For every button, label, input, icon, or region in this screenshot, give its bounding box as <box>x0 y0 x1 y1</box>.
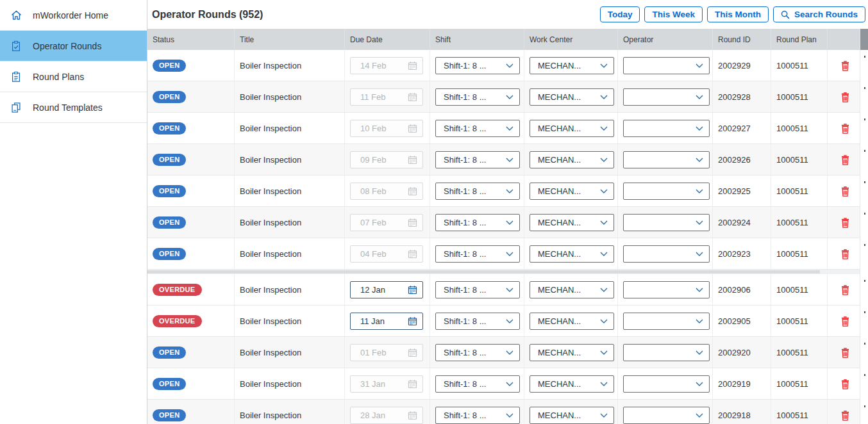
work-center-select[interactable]: MECHAN... <box>530 344 614 361</box>
shift-select[interactable]: Shift-1: 8 ... <box>435 57 520 74</box>
delete-button[interactable] <box>840 316 850 327</box>
delete-button[interactable] <box>840 249 850 259</box>
calendar-icon[interactable] <box>408 218 417 227</box>
delete-button[interactable] <box>840 410 850 421</box>
delete-button[interactable] <box>840 60 850 71</box>
due-date-input[interactable]: 14 Feb <box>350 57 423 74</box>
round-id: 2002919 <box>718 379 751 389</box>
calendar-icon[interactable] <box>408 285 417 295</box>
operator-select[interactable] <box>623 120 710 137</box>
operator-select[interactable] <box>623 183 710 200</box>
shift-select[interactable]: Shift-1: 8 ... <box>435 151 520 168</box>
operator-select[interactable] <box>623 214 710 231</box>
operator-select[interactable] <box>623 313 710 330</box>
chevron-down-icon <box>696 126 703 131</box>
delete-button[interactable] <box>840 217 850 228</box>
sidebar-item-round-plans[interactable]: Round Plans <box>0 61 147 92</box>
this-month-button[interactable]: This Month <box>707 6 769 22</box>
operator-select[interactable] <box>623 88 710 106</box>
chevron-down-icon <box>506 95 513 99</box>
delete-button[interactable] <box>840 92 850 102</box>
delete-button[interactable] <box>840 284 850 295</box>
due-date-input[interactable]: 04 Feb <box>350 245 423 263</box>
this-week-button[interactable]: This Week <box>644 6 703 22</box>
round-title: Boiler Inspection <box>240 285 301 295</box>
delete-button[interactable] <box>840 347 850 358</box>
work-center-select[interactable]: MECHAN... <box>530 281 614 298</box>
work-center-select[interactable]: MECHAN... <box>530 183 614 200</box>
due-date-input[interactable]: 09 Feb <box>350 151 423 168</box>
operator-select[interactable] <box>623 281 710 298</box>
calendar-icon[interactable] <box>408 316 417 326</box>
sidebar-item-operator-rounds[interactable]: Operator Rounds <box>0 31 147 61</box>
status-badge: OPEN <box>153 60 186 72</box>
work-center-select[interactable]: MECHAN... <box>530 88 614 106</box>
sidebar-item-label: mWorkorder Home <box>33 10 108 20</box>
shift-select[interactable]: Shift-1: 8 ... <box>435 245 520 263</box>
round-plan: 1000511 <box>776 124 808 133</box>
delete-button[interactable] <box>840 123 850 134</box>
calendar-icon[interactable] <box>408 411 417 420</box>
shift-select[interactable]: Shift-1: 8 ... <box>435 183 520 200</box>
due-date-input[interactable]: 31 Jan <box>350 375 423 393</box>
calendar-icon[interactable] <box>408 124 417 133</box>
work-center-select[interactable]: MECHAN... <box>530 151 614 168</box>
calendar-icon[interactable] <box>408 348 417 357</box>
round-id: 2002923 <box>718 249 751 259</box>
round-templates-icon <box>10 101 22 114</box>
shift-select[interactable]: Shift-1: 8 ... <box>435 88 520 106</box>
round-title: Boiler Inspection <box>240 92 301 102</box>
sidebar-item-mworkorder-home[interactable]: mWorkorder Home <box>0 0 147 31</box>
column-header-operator: Operator <box>617 29 712 50</box>
shift-select[interactable]: Shift-1: 8 ... <box>435 120 520 137</box>
shift-select[interactable]: Shift-1: 8 ... <box>435 344 520 361</box>
due-date-input[interactable]: 08 Feb <box>350 183 423 200</box>
work-center-select[interactable]: MECHAN... <box>530 57 614 74</box>
due-date-input[interactable]: 01 Feb <box>350 344 423 361</box>
due-date-input[interactable]: 11 Jan <box>350 313 423 330</box>
work-center-select[interactable]: MECHAN... <box>530 120 614 137</box>
operator-select[interactable] <box>623 245 710 263</box>
calendar-icon[interactable] <box>408 379 417 389</box>
work-center-select[interactable]: MECHAN... <box>530 245 614 263</box>
table-row: OPEN Boiler Inspection 07 Feb Shift-1: 8… <box>147 207 860 238</box>
delete-button[interactable] <box>840 186 850 197</box>
round-id: 2002929 <box>718 61 751 70</box>
calendar-icon[interactable] <box>408 155 417 165</box>
shift-select[interactable]: Shift-1: 8 ... <box>435 375 520 393</box>
work-center-select[interactable]: MECHAN... <box>530 214 614 231</box>
work-center-select[interactable]: MECHAN... <box>530 375 614 393</box>
due-date-input[interactable]: 12 Jan <box>350 281 423 298</box>
today-button[interactable]: Today <box>600 6 640 22</box>
shift-select[interactable]: Shift-1: 8 ... <box>435 313 520 330</box>
vertical-scrollbar-thumb[interactable] <box>860 29 868 50</box>
work-center-select[interactable]: MECHAN... <box>530 313 614 330</box>
horizontal-scrollbar-thumb[interactable] <box>147 270 820 273</box>
calendar-icon[interactable] <box>408 92 417 102</box>
operator-select[interactable] <box>623 57 710 74</box>
operator-select[interactable] <box>623 407 710 424</box>
due-date-input[interactable]: 28 Jan <box>350 407 423 424</box>
due-date-input[interactable]: 07 Feb <box>350 214 423 231</box>
column-header-round-plan: Round Plan <box>771 29 827 50</box>
operator-select[interactable] <box>623 375 710 393</box>
operator-select[interactable] <box>623 151 710 168</box>
due-date-input[interactable]: 10 Feb <box>350 120 423 137</box>
status-badge: OPEN <box>153 185 186 197</box>
horizontal-scrollbar[interactable] <box>147 270 860 274</box>
due-date-input[interactable]: 11 Feb <box>350 88 423 106</box>
shift-select[interactable]: Shift-1: 8 ... <box>435 281 520 298</box>
calendar-icon[interactable] <box>408 249 417 259</box>
sidebar-item-round-templates[interactable]: Round Templates <box>0 92 147 123</box>
shift-select[interactable]: Shift-1: 8 ... <box>435 407 520 424</box>
search-rounds-button[interactable]: Search Rounds <box>773 6 865 22</box>
operator-select[interactable] <box>623 344 710 361</box>
delete-button[interactable] <box>840 154 850 165</box>
chevron-down-icon <box>696 220 703 225</box>
work-center-select[interactable]: MECHAN... <box>530 407 614 424</box>
calendar-icon[interactable] <box>408 61 417 70</box>
table-header-row: Status Title Due Date Shift Work Center … <box>147 29 860 50</box>
calendar-icon[interactable] <box>408 186 417 196</box>
delete-button[interactable] <box>840 379 850 389</box>
shift-select[interactable]: Shift-1: 8 ... <box>435 214 520 231</box>
